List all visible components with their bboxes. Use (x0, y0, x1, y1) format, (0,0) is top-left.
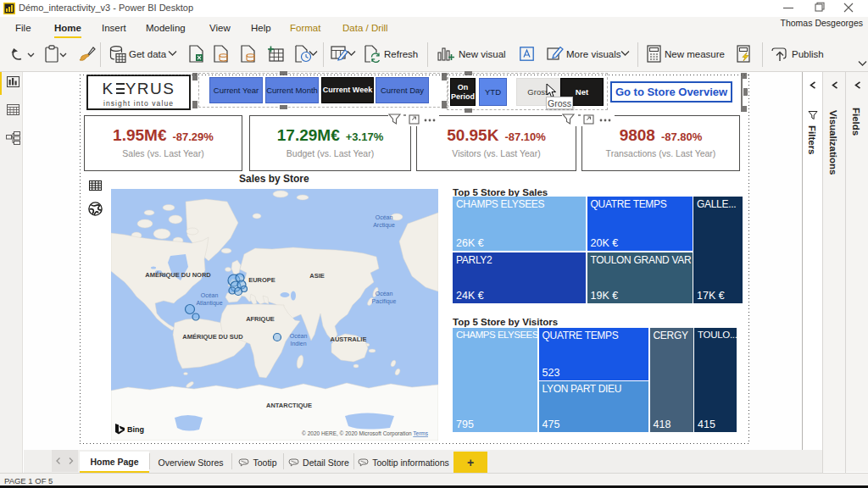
svg-text:Océan: Océan (290, 333, 308, 339)
svg-text:AFRIQUE: AFRIQUE (246, 315, 275, 323)
svg-text:Atlantique: Atlantique (196, 300, 222, 307)
svg-text:EUROPE: EUROPE (248, 276, 275, 284)
svg-text:AMÉRIQUE DU SUD: AMÉRIQUE DU SUD (182, 333, 243, 341)
svg-text:AUSTRALIE: AUSTRALIE (331, 336, 367, 343)
svg-text:Bing: Bing (127, 425, 144, 434)
svg-text:Pacifique: Pacifique (372, 298, 397, 305)
svg-text:Indien: Indien (290, 341, 306, 347)
svg-text:Océan: Océan (376, 291, 393, 297)
svg-text:Arctique: Arctique (373, 222, 395, 229)
svg-text:ASIE: ASIE (309, 272, 325, 280)
svg-text:© 2020 HERE, © 2020 Microsoft: © 2020 HERE, © 2020 Microsoft Corporatio… (302, 430, 429, 437)
svg-text:Océan: Océan (201, 292, 219, 298)
svg-text:ANTARCTIQUE: ANTARCTIQUE (266, 402, 312, 409)
svg-text:AMÉRIQUE DU NORD: AMÉRIQUE DU NORD (145, 271, 211, 279)
svg-text:Océan: Océan (376, 214, 393, 220)
